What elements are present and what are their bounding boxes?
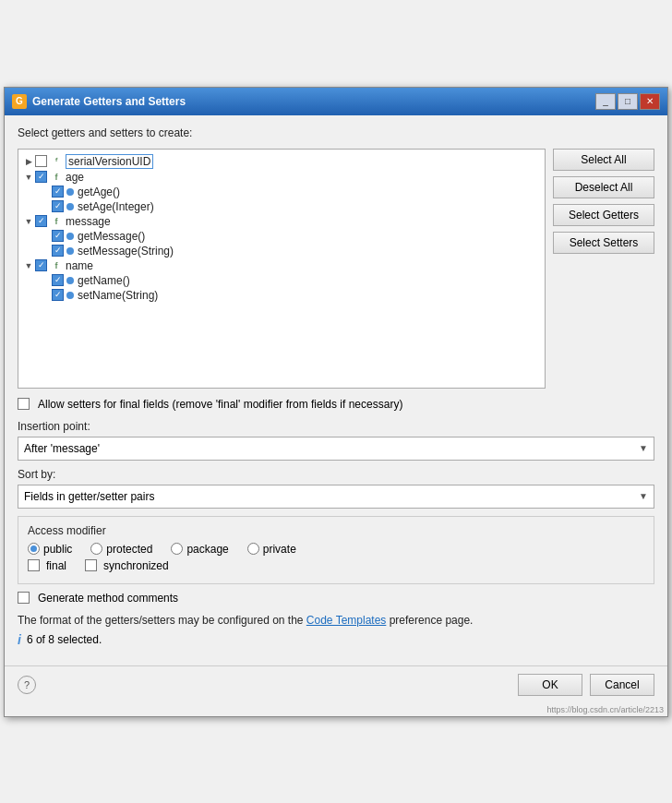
- method-circle-getMessage: [66, 233, 74, 240]
- access-modifier-radios: public protected package private: [28, 543, 644, 556]
- status-icon: i: [18, 632, 21, 647]
- field-icon-serialVersionUID: ᶠ: [50, 155, 63, 168]
- watermark: https://blog.csdn.cn/article/2213: [5, 703, 667, 716]
- tree-item-getAge[interactable]: getAge(): [18, 185, 545, 199]
- action-buttons-panel: Select All Deselect All Select Getters S…: [553, 149, 654, 389]
- generate-comments-label: Generate method comments: [38, 592, 178, 605]
- sort-by-arrow: ▼: [639, 491, 648, 501]
- radio-circle-private[interactable]: [247, 543, 259, 555]
- radio-circle-package[interactable]: [171, 543, 183, 555]
- expand-arrow-name[interactable]: [22, 259, 35, 272]
- insertion-point-arrow: ▼: [639, 443, 648, 453]
- minimize-button[interactable]: _: [595, 93, 616, 110]
- field-icon-name: f: [50, 259, 63, 272]
- info-text-after: preference page.: [390, 614, 474, 627]
- tree-item-setMessage[interactable]: setMessage(String): [18, 244, 545, 258]
- checkbox-message[interactable]: [35, 215, 47, 227]
- radio-private[interactable]: private: [247, 543, 296, 556]
- info-text: The format of the getters/setters may be…: [18, 614, 654, 627]
- radio-label-package: package: [186, 543, 228, 556]
- radio-protected[interactable]: protected: [90, 543, 152, 556]
- sort-by-dropdown[interactable]: Fields in getter/setter pairs ▼: [18, 485, 654, 509]
- insertion-point-label: Insertion point:: [18, 420, 654, 433]
- tree-item-setAge[interactable]: setAge(Integer): [18, 199, 545, 214]
- final-checkbox-option[interactable]: final: [28, 559, 66, 572]
- access-modifier-group: Access modifier public protected package…: [18, 516, 654, 584]
- insertion-point-value: After 'message': [24, 442, 100, 455]
- select-getters-button[interactable]: Select Getters: [553, 204, 654, 226]
- radio-label-private: private: [263, 543, 296, 556]
- method-circle-setName: [66, 292, 74, 299]
- dialog-title: Generate Getters and Setters: [32, 95, 186, 108]
- generate-comments-checkbox[interactable]: [18, 592, 30, 604]
- node-label-age: age: [66, 171, 84, 184]
- title-bar: G Generate Getters and Setters _ □ ✕: [5, 88, 667, 115]
- cancel-button[interactable]: Cancel: [590, 674, 654, 696]
- checkbox-age[interactable]: [35, 171, 47, 183]
- tree-item-serialVersionUID[interactable]: ᶠ serialVersionUID: [18, 153, 545, 170]
- synchronized-label: synchronized: [103, 559, 169, 572]
- expand-arrow-message[interactable]: [22, 215, 35, 228]
- maximize-button[interactable]: □: [618, 93, 638, 110]
- select-setters-button[interactable]: Select Setters: [553, 232, 654, 254]
- node-label-getMessage: getMessage(): [78, 230, 145, 243]
- tree-item-getName[interactable]: getName(): [18, 273, 545, 288]
- expand-arrow-age[interactable]: [22, 171, 35, 184]
- access-modifier-title: Access modifier: [28, 524, 644, 537]
- radio-public[interactable]: public: [28, 543, 72, 556]
- insertion-point-dropdown[interactable]: After 'message' ▼: [18, 437, 654, 461]
- radio-label-protected: protected: [106, 543, 152, 556]
- node-label-setName: setName(String): [78, 289, 158, 302]
- checkbox-getMessage[interactable]: [52, 230, 64, 242]
- checkbox-serialVersionUID[interactable]: [35, 155, 47, 167]
- modifier-checkboxes-row: final synchronized: [28, 559, 644, 572]
- checkbox-name[interactable]: [35, 259, 47, 271]
- node-label-getAge: getAge(): [78, 186, 120, 198]
- tree-item-getMessage[interactable]: getMessage(): [18, 229, 545, 244]
- radio-package[interactable]: package: [171, 543, 228, 556]
- radio-circle-protected[interactable]: [90, 543, 102, 555]
- tree-item-setName[interactable]: setName(String): [18, 288, 545, 303]
- field-icon-message: f: [50, 215, 63, 228]
- radio-circle-public[interactable]: [28, 543, 40, 555]
- generate-comments-row: Generate method comments: [18, 592, 654, 605]
- final-checkbox[interactable]: [28, 559, 40, 571]
- checkbox-setName[interactable]: [52, 289, 64, 301]
- sort-by-label: Sort by:: [18, 468, 654, 481]
- code-templates-link[interactable]: Code Templates: [306, 614, 387, 627]
- node-label-message: message: [66, 215, 111, 228]
- allow-setters-label: Allow setters for final fields (remove '…: [38, 398, 402, 411]
- select-all-button[interactable]: Select All: [553, 149, 654, 171]
- tree-panel[interactable]: ᶠ serialVersionUID f age getAge(): [18, 149, 546, 389]
- bottom-bar: ? OK Cancel: [5, 665, 667, 703]
- tree-item-name[interactable]: f name: [18, 258, 545, 273]
- checkbox-getAge[interactable]: [52, 186, 64, 198]
- method-circle-getName: [66, 277, 74, 284]
- checkbox-getName[interactable]: [52, 274, 64, 286]
- method-circle-setAge: [66, 203, 74, 210]
- allow-setters-row: Allow setters for final fields (remove '…: [18, 398, 654, 411]
- tree-item-message[interactable]: f message: [18, 214, 545, 229]
- ok-button[interactable]: OK: [518, 674, 582, 696]
- synchronized-checkbox[interactable]: [85, 559, 97, 571]
- dialog-icon: G: [12, 94, 27, 109]
- allow-setters-checkbox[interactable]: [18, 398, 30, 410]
- checkbox-setMessage[interactable]: [52, 245, 64, 257]
- dialog-body: Select getters and setters to create: ᶠ …: [5, 115, 667, 665]
- tree-item-age[interactable]: f age: [18, 170, 545, 185]
- bottom-bar-buttons: OK Cancel: [518, 674, 654, 696]
- node-label-setMessage: setMessage(String): [78, 245, 174, 258]
- method-circle-setMessage: [66, 247, 74, 255]
- node-label-setAge: setAge(Integer): [78, 200, 154, 213]
- synchronized-checkbox-option[interactable]: synchronized: [85, 559, 169, 572]
- method-circle-getAge: [66, 188, 74, 196]
- close-button[interactable]: ✕: [640, 93, 660, 110]
- help-button[interactable]: ?: [18, 676, 36, 694]
- expand-arrow-serialVersionUID[interactable]: [22, 155, 35, 168]
- node-label-getName: getName(): [78, 274, 130, 287]
- checkbox-setAge[interactable]: [52, 200, 64, 212]
- node-label-serialVersionUID: serialVersionUID: [66, 154, 153, 169]
- deselect-all-button[interactable]: Deselect All: [553, 176, 654, 198]
- radio-label-public: public: [43, 543, 72, 556]
- sort-by-value: Fields in getter/setter pairs: [24, 490, 154, 503]
